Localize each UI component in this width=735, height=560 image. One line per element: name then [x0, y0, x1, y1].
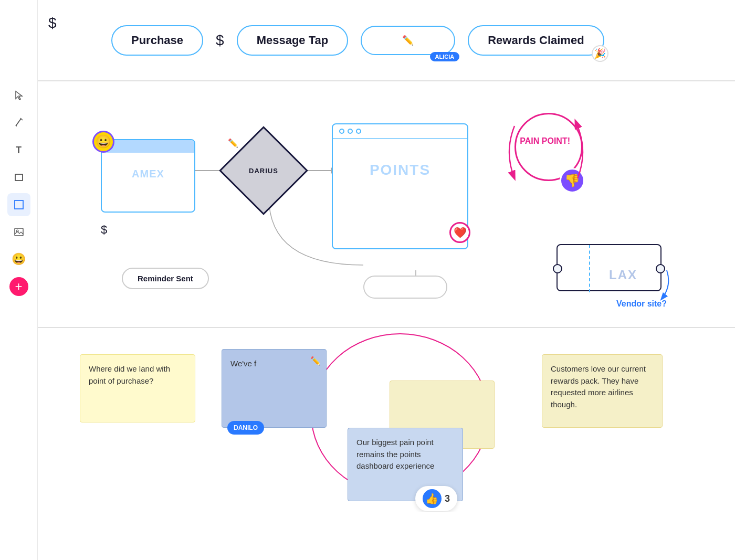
- dot-3: [356, 129, 361, 134]
- emoji-face: 😀: [92, 131, 114, 153]
- frame-tool[interactable]: [7, 193, 30, 216]
- darius-pencil-icon: ✏️: [228, 138, 238, 148]
- dollar-sign-1: $: [48, 15, 57, 31]
- danilo-badge: DANILO: [227, 421, 264, 435]
- svg-rect-7: [15, 228, 23, 236]
- note-2-text: We've f: [230, 359, 256, 368]
- thumbsup-icon: 👍: [423, 489, 442, 508]
- lax-label: LAX: [609, 268, 637, 282]
- points-browser[interactable]: POINTS: [332, 123, 468, 249]
- note-pain-point[interactable]: Our biggest pain point remains the point…: [348, 428, 463, 501]
- purchase-label: Purchase: [131, 34, 183, 47]
- ticket-dashed-line: [589, 245, 590, 292]
- header-row: $ Purchase $ Message Tap ✏️ ALICIA Rewar…: [38, 0, 735, 81]
- dot-2: [348, 129, 353, 134]
- browser-body: POINTS: [333, 139, 467, 202]
- pain-arrows: [499, 110, 593, 194]
- rectangle-tool[interactable]: [7, 166, 30, 189]
- celebrate-badge: 🎉: [592, 45, 608, 62]
- thumbsup-badge[interactable]: 👍 3: [415, 486, 457, 511]
- svg-marker-0: [16, 91, 22, 100]
- points-label: POINTS: [370, 162, 430, 178]
- alicia-badge: ALICIA: [430, 52, 460, 61]
- note-customers-love[interactable]: Customers love our current rewards pack.…: [542, 354, 663, 428]
- note-2-pencil: ✏️: [310, 355, 321, 367]
- empty-pill[interactable]: [363, 276, 447, 299]
- amex-card[interactable]: AMEX: [101, 139, 195, 213]
- notes-area: Where did we land with point of purchase…: [38, 328, 735, 512]
- message-tap-node[interactable]: Message Tap: [237, 25, 349, 56]
- empty-node[interactable]: ✏️ ALICIA: [361, 26, 455, 55]
- dollar-sign-2: $: [216, 32, 224, 49]
- amex-card-header: [102, 140, 194, 153]
- diagram-area: $ AMEX 😀 DARIUS ✏️ POINTS: [38, 81, 735, 328]
- text-tool[interactable]: T: [7, 139, 30, 162]
- browser-dots-row: [333, 124, 467, 139]
- add-tool[interactable]: +: [9, 277, 28, 296]
- note-1-text: Where did we land with point of purchase…: [89, 364, 170, 385]
- reminder-label: Reminder Sent: [138, 274, 193, 283]
- reminder-sent-pill[interactable]: Reminder Sent: [122, 268, 209, 289]
- message-tap-label: Message Tap: [257, 34, 329, 47]
- note-weve-f[interactable]: ✏️ We've f DANILO: [222, 349, 327, 428]
- vendor-arrow: [646, 265, 677, 307]
- cursor-tool[interactable]: [7, 84, 30, 107]
- pencil-icon: ✏️: [402, 35, 414, 46]
- thumbsup-count: 3: [445, 492, 450, 506]
- pen-tool[interactable]: [7, 111, 30, 134]
- purchase-node[interactable]: Purchase: [111, 25, 203, 56]
- amex-card-body: AMEX: [102, 153, 194, 195]
- emoji-tool[interactable]: 😀: [7, 248, 30, 271]
- svg-rect-4: [15, 174, 23, 181]
- amex-label: AMEX: [132, 168, 164, 180]
- svg-line-1: [16, 119, 21, 126]
- dot-1: [339, 129, 344, 134]
- note-3-text: Our biggest pain point remains the point…: [356, 438, 434, 470]
- rewards-claimed-node[interactable]: Rewards Claimed 🎉: [468, 25, 604, 56]
- note-where-did-we[interactable]: Where did we land with point of purchase…: [80, 354, 195, 422]
- heart-badge: ❤️: [449, 222, 470, 243]
- darius-diamond-container[interactable]: DARIUS: [232, 139, 295, 202]
- svg-rect-6: [16, 202, 22, 207]
- left-sidebar: T 😀 +: [0, 0, 38, 560]
- canvas-area: $ Purchase $ Message Tap ✏️ ALICIA Rewar…: [38, 0, 735, 560]
- ticket-notch-left: [553, 264, 562, 273]
- darius-label: DARIUS: [249, 167, 278, 175]
- rewards-claimed-label: Rewards Claimed: [488, 34, 584, 47]
- diagram-dollar: $: [101, 223, 107, 237]
- note-5-text: Customers love our current rewards pack.…: [551, 364, 646, 409]
- image-tool[interactable]: [7, 220, 30, 244]
